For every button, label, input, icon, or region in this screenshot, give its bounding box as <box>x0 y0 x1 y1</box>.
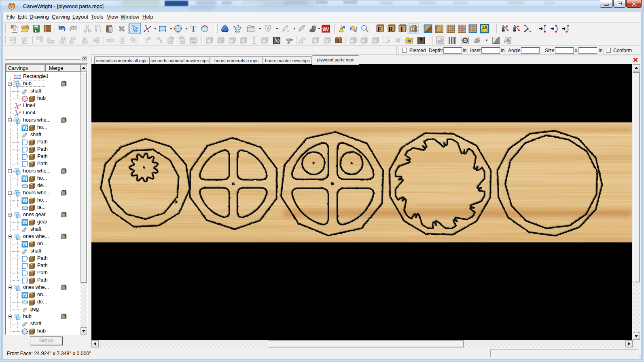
svg-text:R: R <box>388 26 393 33</box>
svg-text:F: F <box>377 26 381 33</box>
svg-text:I: I <box>400 26 403 33</box>
